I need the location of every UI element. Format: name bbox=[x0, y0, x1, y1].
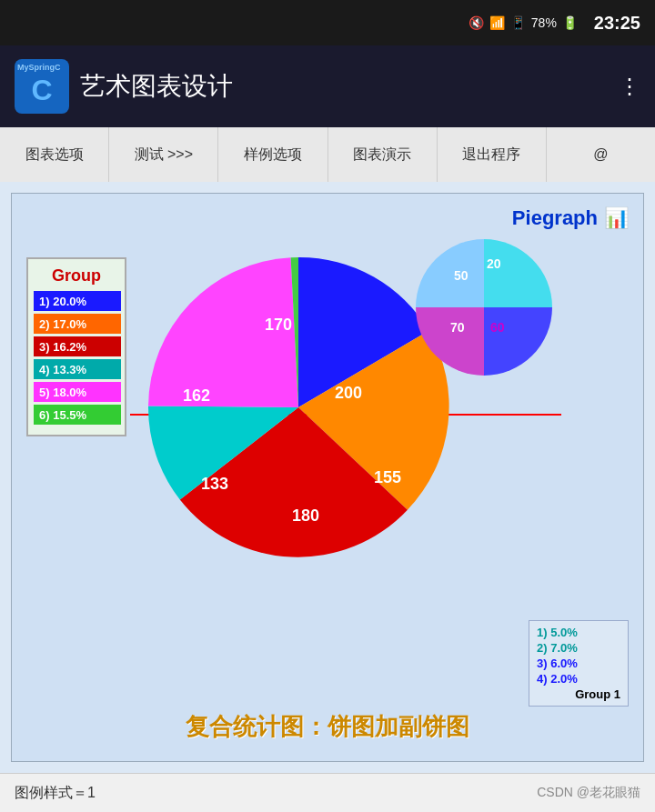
footer-left-text: 图例样式＝1 bbox=[15, 784, 96, 803]
pie-label-162: 162 bbox=[183, 386, 210, 405]
app-bar: MySpringC C 艺术图表设计 ⋮ bbox=[0, 45, 655, 127]
nav-item-2[interactable]: 样例选项 bbox=[218, 127, 328, 182]
app-icon: MySpringC C bbox=[15, 59, 69, 114]
legend-left-title: Group bbox=[34, 266, 119, 286]
pie-label-170: 170 bbox=[265, 316, 292, 334]
pie-label-200: 200 bbox=[335, 384, 362, 402]
myspringc-label: MySpringC bbox=[17, 63, 61, 72]
legend-right-item-3: 4) 2.0% bbox=[537, 671, 620, 687]
legend-right-group-title: Group 1 bbox=[537, 687, 620, 702]
bar-chart-icon: 📊 bbox=[604, 206, 629, 230]
chart-container: Piegraph 📊 Group 1) 20.0% 2) 17.0% 3) 16… bbox=[0, 182, 655, 773]
footer-right-text: CSDN @老花眼猫 bbox=[537, 785, 640, 801]
clock: 23:25 bbox=[594, 13, 640, 34]
signal-icon: 📱 bbox=[510, 15, 526, 30]
legend-item-5: 6) 15.5% bbox=[34, 405, 121, 425]
nav-bar: 图表选项 测试 >>> 样例选项 图表演示 退出程序 @ bbox=[0, 127, 655, 182]
status-bar: 🔇 📶 📱 78% 🔋 23:25 bbox=[0, 0, 655, 45]
chart-title: Piegraph bbox=[512, 206, 598, 230]
legend-item-4: 5) 18.0% bbox=[34, 382, 121, 402]
svg-text:70: 70 bbox=[450, 320, 465, 335]
pie-label-155: 155 bbox=[374, 468, 401, 486]
legend-right: 1) 5.0% 2) 7.0% 3) 6.0% 4) 2.0% Group 1 bbox=[529, 620, 629, 707]
mute-icon: 🔇 bbox=[469, 15, 484, 30]
legend-item-2: 3) 16.2% bbox=[34, 336, 121, 356]
c-letter: C bbox=[31, 74, 52, 107]
svg-text:60: 60 bbox=[490, 320, 505, 335]
wifi-icon: 📶 bbox=[489, 15, 505, 30]
legend-item-0: 1) 20.0% bbox=[34, 291, 121, 311]
legend-item-1: 2) 17.0% bbox=[34, 314, 121, 334]
battery-text: 78% bbox=[531, 15, 557, 30]
battery-icon: 🔋 bbox=[562, 15, 578, 30]
legend-left: Group 1) 20.0% 2) 17.0% 3) 16.2% 4) 13.3… bbox=[26, 257, 126, 436]
legend-right-item-1: 2) 7.0% bbox=[537, 640, 620, 656]
nav-item-0[interactable]: 图表选项 bbox=[0, 127, 109, 182]
small-pie-chart: 20 50 60 70 bbox=[407, 230, 561, 385]
chart-inner: Piegraph 📊 Group 1) 20.0% 2) 17.0% 3) 16… bbox=[11, 193, 644, 762]
pie-label-133: 133 bbox=[201, 475, 228, 493]
svg-text:50: 50 bbox=[454, 268, 469, 283]
status-icons: 🔇 📶 📱 78% 🔋 bbox=[469, 15, 578, 30]
pie-label-180: 180 bbox=[292, 506, 319, 525]
nav-item-3[interactable]: 图表演示 bbox=[328, 127, 438, 182]
footer: 图例样式＝1 CSDN @老花眼猫 bbox=[0, 773, 655, 812]
legend-right-item-2: 3) 6.0% bbox=[537, 656, 620, 671]
nav-item-5[interactable]: @ bbox=[547, 127, 655, 182]
nav-item-4[interactable]: 退出程序 bbox=[438, 127, 547, 182]
chart-bottom-title: 复合统计图：饼图加副饼图 bbox=[186, 711, 469, 743]
app-title: 艺术图表设计 bbox=[80, 69, 608, 104]
svg-text:20: 20 bbox=[487, 256, 501, 271]
menu-icon[interactable]: ⋮ bbox=[619, 74, 640, 99]
nav-item-1[interactable]: 测试 >>> bbox=[109, 127, 218, 182]
legend-item-3: 4) 13.3% bbox=[34, 359, 121, 379]
legend-right-item-0: 1) 5.0% bbox=[537, 625, 620, 640]
